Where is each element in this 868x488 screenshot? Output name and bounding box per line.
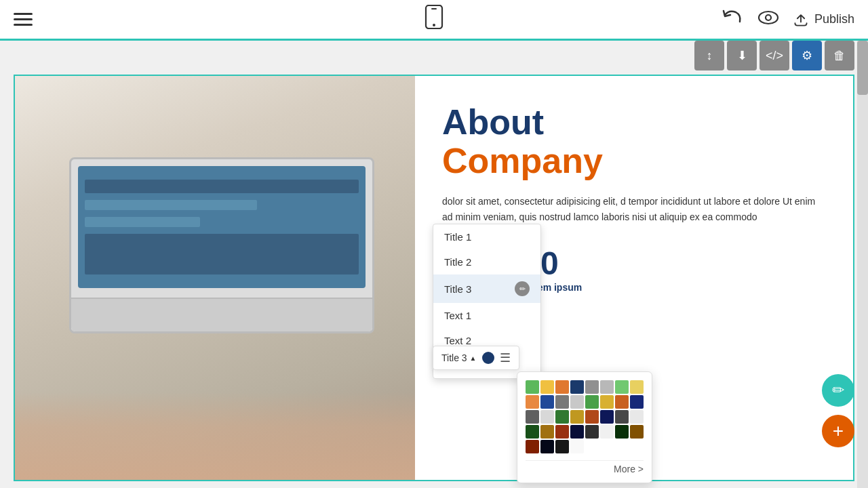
color-cell[interactable] xyxy=(570,410,584,424)
publish-button[interactable]: Publish xyxy=(793,12,854,28)
topbar: Publish xyxy=(0,0,868,41)
dropdown-label-title3: Title 3 xyxy=(444,283,471,295)
edit-icon: ✏ xyxy=(515,281,530,296)
color-cell[interactable] xyxy=(630,380,644,394)
move-btn[interactable]: ↕ xyxy=(694,41,724,70)
fab-edit-icon: ✏ xyxy=(832,382,844,399)
dropdown-label-text1: Text 1 xyxy=(444,310,471,321)
company-title: Company xyxy=(442,142,826,180)
more-colors-link[interactable]: More > xyxy=(526,460,644,474)
color-cell[interactable] xyxy=(555,425,569,439)
align-icon[interactable]: ☰ xyxy=(500,350,511,365)
canvas-area: About Company dolor sit amet, consectetu… xyxy=(0,41,868,488)
color-cell[interactable] xyxy=(555,440,569,453)
color-cell[interactable] xyxy=(540,410,554,424)
color-cell[interactable] xyxy=(526,380,539,394)
color-cell[interactable] xyxy=(600,410,614,424)
code-btn[interactable]: </> xyxy=(760,41,789,70)
color-cell[interactable] xyxy=(600,425,614,439)
color-cell[interactable] xyxy=(615,410,629,424)
dropdown-item-title2[interactable]: Title 2 xyxy=(433,249,540,274)
undo-icon[interactable] xyxy=(722,8,744,31)
dropdown-item-text1[interactable]: Text 1 xyxy=(433,303,540,328)
svg-point-4 xyxy=(766,15,771,20)
fab-edit-button[interactable]: ✏ xyxy=(822,374,854,407)
color-cell[interactable] xyxy=(555,395,569,409)
svg-point-1 xyxy=(433,24,435,26)
color-swatch[interactable] xyxy=(482,352,494,364)
color-cell[interactable] xyxy=(585,380,599,394)
color-cell[interactable] xyxy=(615,395,629,409)
color-cell[interactable] xyxy=(585,395,599,409)
delete-btn[interactable]: 🗑 xyxy=(825,41,854,70)
color-cell[interactable] xyxy=(615,380,629,394)
color-cell[interactable] xyxy=(555,410,569,424)
dropdown-label-text2: Text 2 xyxy=(444,335,471,346)
settings-btn[interactable]: ⚙ xyxy=(792,41,822,70)
color-cell[interactable] xyxy=(526,395,539,409)
left-image xyxy=(15,76,415,480)
color-cell[interactable] xyxy=(630,410,644,424)
color-cell[interactable] xyxy=(630,395,644,409)
format-bar-label[interactable]: Title 3 ▲ xyxy=(441,352,477,363)
publish-label: Publish xyxy=(814,12,854,26)
topbar-left xyxy=(14,13,33,26)
download-btn[interactable]: ⬇ xyxy=(727,41,757,70)
svg-rect-2 xyxy=(431,8,437,9)
color-cell[interactable] xyxy=(570,395,584,409)
scrollbar-thumb[interactable] xyxy=(857,41,868,95)
color-cell[interactable] xyxy=(570,380,584,394)
color-cell[interactable] xyxy=(540,395,554,409)
dropdown-label-title2: Title 2 xyxy=(444,256,471,268)
format-caret-icon: ▲ xyxy=(470,354,477,362)
preview-icon[interactable] xyxy=(757,9,779,30)
toolbar: ↕ ⬇ </> ⚙ 🗑 xyxy=(694,41,854,70)
color-cell[interactable] xyxy=(526,425,539,439)
svg-point-3 xyxy=(759,12,778,24)
color-cell[interactable] xyxy=(585,425,599,439)
fab-add-button[interactable]: + xyxy=(822,415,854,447)
dropdown-item-title3[interactable]: Title 3 ✏ xyxy=(433,274,540,303)
dropdown-label-title1: Title 1 xyxy=(444,231,471,243)
color-grid xyxy=(526,380,644,453)
color-cell[interactable] xyxy=(555,380,569,394)
color-cell[interactable] xyxy=(570,440,584,453)
topbar-center xyxy=(424,5,444,34)
color-cell[interactable] xyxy=(585,410,599,424)
menu-icon[interactable] xyxy=(14,13,33,26)
color-cell[interactable] xyxy=(540,380,554,394)
color-picker: More > xyxy=(517,371,652,483)
phone-icon xyxy=(424,12,444,33)
color-cell[interactable] xyxy=(570,425,584,439)
selected-style-label: Title 3 xyxy=(441,352,467,363)
color-cell[interactable] xyxy=(600,380,614,394)
color-cell[interactable] xyxy=(526,440,539,453)
fab-add-icon: + xyxy=(833,420,844,442)
color-cell[interactable] xyxy=(526,410,539,424)
scrollbar-track xyxy=(857,41,868,488)
color-cell[interactable] xyxy=(600,395,614,409)
dropdown-item-title1[interactable]: Title 1 xyxy=(433,224,540,249)
about-title: About xyxy=(442,103,826,142)
format-bar[interactable]: Title 3 ▲ ☰ xyxy=(433,346,519,370)
color-cell[interactable] xyxy=(630,425,644,439)
color-cell[interactable] xyxy=(615,425,629,439)
topbar-right: Publish xyxy=(722,8,854,31)
about-text: dolor sit amet, consectetur adipisicing … xyxy=(442,194,826,224)
color-cell[interactable] xyxy=(540,440,554,453)
color-cell[interactable] xyxy=(540,425,554,439)
